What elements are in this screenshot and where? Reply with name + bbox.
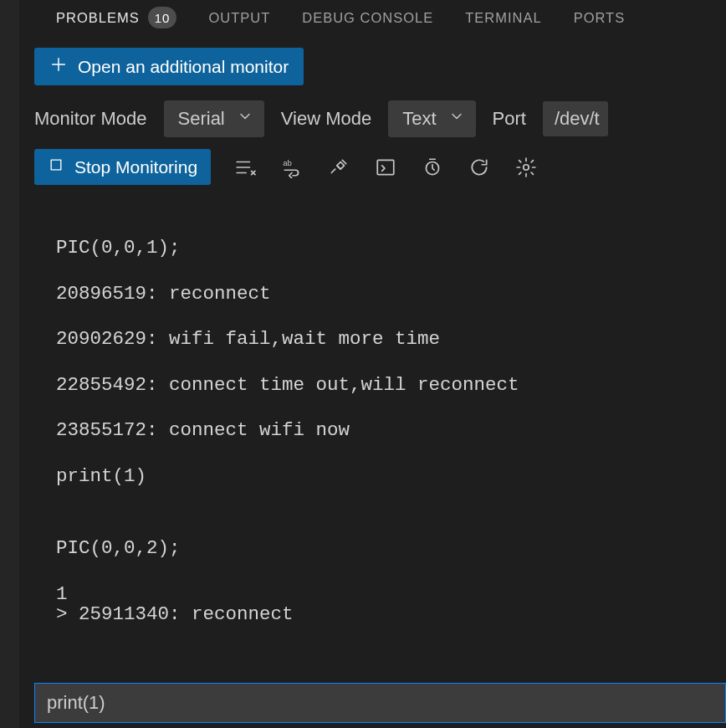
console-line: PIC(0,0,2); [56, 539, 726, 558]
console-line: > 25911340: reconnect [56, 605, 726, 624]
stop-monitoring-label: Stop Monitoring [74, 157, 197, 177]
panel-tabs: PROBLEMS 10 OUTPUT DEBUG CONSOLE TERMINA… [19, 0, 726, 35]
console-line: 20902629: wifi fail,wait more time [56, 330, 726, 349]
refresh-icon[interactable] [467, 155, 492, 180]
tab-ports[interactable]: PORTS [574, 10, 626, 26]
port-select[interactable]: /dev/t [543, 101, 608, 136]
tab-problems[interactable]: PROBLEMS 10 [56, 7, 176, 28]
plug-icon[interactable] [326, 155, 351, 180]
tab-problems-label: PROBLEMS [56, 10, 140, 26]
plus-icon [49, 55, 68, 78]
tab-output[interactable]: OUTPUT [208, 10, 270, 26]
port-label: Port [493, 108, 526, 130]
console-line [56, 512, 726, 539]
tab-terminal[interactable]: TERMINAL [465, 10, 541, 26]
open-additional-monitor-button[interactable]: Open an additional monitor [34, 48, 304, 85]
view-mode-label: View Mode [281, 108, 371, 130]
stop-monitoring-button[interactable]: Stop Monitoring [34, 149, 211, 185]
monitor-mode-select[interactable]: Serial [164, 100, 264, 137]
console-line: PIC(0,0,1); [56, 238, 726, 258]
square-icon [48, 156, 64, 177]
svg-text:ab: ab [283, 157, 292, 167]
monitor-mode-label: Monitor Mode [34, 108, 147, 130]
tab-debug-console[interactable]: DEBUG CONSOLE [302, 10, 433, 26]
serial-console-output: PIC(0,0,1); 20896519: reconnect 20902629… [19, 193, 726, 683]
timestamp-icon[interactable] [420, 155, 445, 180]
terminal-icon[interactable] [373, 155, 398, 180]
settings-gear-icon[interactable] [514, 155, 539, 180]
view-mode-select[interactable]: Text [388, 100, 475, 137]
serial-command-input[interactable] [34, 683, 726, 723]
activity-bar [0, 0, 19, 728]
view-mode-value: Text [402, 108, 436, 130]
chevron-down-icon [237, 108, 253, 130]
console-line: 1 [56, 585, 726, 604]
svg-rect-2 [377, 160, 394, 174]
chevron-down-icon [448, 108, 465, 130]
console-line: 23855172: connect wifi now [56, 421, 726, 440]
clear-output-icon[interactable] [233, 155, 258, 180]
monitor-mode-value: Serial [178, 108, 225, 130]
console-line: 20896519: reconnect [56, 285, 726, 304]
svg-rect-0 [51, 160, 61, 170]
svg-point-4 [524, 164, 529, 170]
problems-count-badge: 10 [148, 7, 177, 28]
word-wrap-icon[interactable]: ab [279, 155, 304, 180]
console-line: 22855492: connect time out,will reconnec… [56, 376, 726, 395]
open-additional-monitor-label: Open an additional monitor [78, 57, 289, 77]
console-line: print(1) [56, 467, 726, 486]
